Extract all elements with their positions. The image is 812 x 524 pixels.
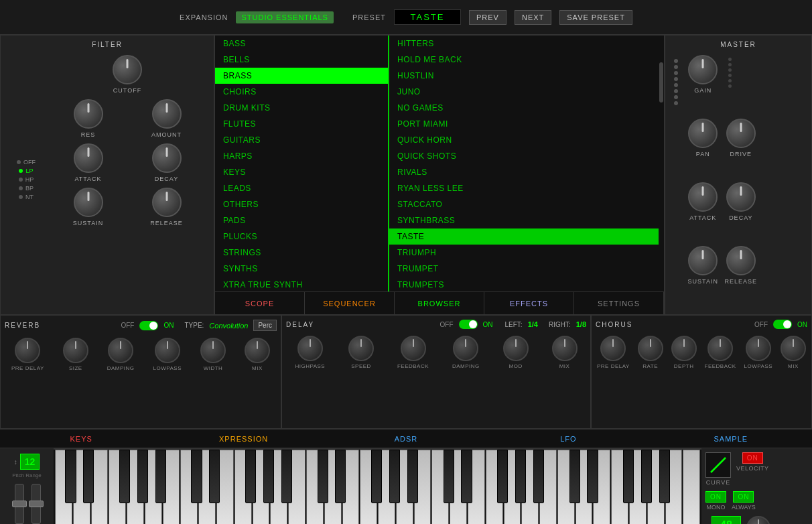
reverb-pre-delay[interactable]: PRE DELAY: [11, 338, 44, 371]
kb-tab-sample[interactable]: SAMPLE: [650, 430, 812, 448]
browser-category-item[interactable]: XTRA TRUE SYNTH: [215, 277, 388, 291]
browser-tab-browser-t[interactable]: BROWSER: [395, 292, 484, 314]
browser-preset-item[interactable]: QUICK HORN: [389, 132, 659, 148]
reverb-preset[interactable]: Perc: [253, 320, 277, 331]
black-key[interactable]: [371, 450, 382, 503]
black-key[interactable]: [191, 450, 202, 503]
save-preset-button[interactable]: SAVE PRESET: [559, 10, 632, 25]
amount-knob[interactable]: [152, 99, 182, 129]
chorus-depth[interactable]: DEPTH: [671, 336, 697, 369]
delay-toggle[interactable]: [459, 320, 478, 329]
res-knob[interactable]: [74, 99, 103, 129]
browser-category-item[interactable]: GUITARS: [215, 132, 388, 148]
master-sustain[interactable]: [688, 246, 718, 275]
filter-type-lp[interactable]: LP: [19, 168, 33, 174]
master-gain-knob[interactable]: GAIN: [687, 55, 720, 113]
master-release[interactable]: [726, 246, 756, 275]
reverb-mix[interactable]: MIX: [245, 338, 270, 371]
browser-tab-effects[interactable]: EFFECTS: [484, 292, 574, 314]
attack-knob[interactable]: [74, 143, 103, 173]
delay-mix[interactable]: MIX: [552, 336, 578, 369]
drive-knob[interactable]: [726, 119, 756, 148]
browser-preset-item[interactable]: PORT MIAMI: [389, 116, 659, 132]
filter-release-knob[interactable]: RELEASE: [130, 188, 203, 226]
filter-type-hp[interactable]: HP: [19, 176, 34, 183]
filter-cutoff-knob[interactable]: CUTOFF: [113, 55, 142, 94]
browser-preset-item[interactable]: QUICK SHOTS: [389, 148, 659, 164]
filter-type-off[interactable]: OFF: [17, 159, 36, 166]
master-attack[interactable]: [688, 182, 718, 212]
black-key[interactable]: [318, 450, 328, 503]
black-key[interactable]: [497, 450, 508, 503]
browser-category-item[interactable]: KEYS: [215, 164, 388, 180]
sustain-knob[interactable]: [74, 188, 103, 217]
master-decay[interactable]: [726, 182, 756, 212]
black-key[interactable]: [407, 450, 418, 503]
black-key[interactable]: [569, 450, 580, 503]
browser-preset-item[interactable]: RYAN LESS LEE: [389, 180, 659, 196]
black-key[interactable]: [587, 450, 598, 503]
black-key[interactable]: [65, 450, 76, 503]
browser-tab-settings[interactable]: SETTINGS: [574, 292, 664, 314]
browser-tab-scope[interactable]: SCOPE: [215, 292, 305, 314]
pan-knob[interactable]: [688, 119, 718, 148]
browser-category-item[interactable]: BELLS: [215, 52, 388, 68]
master-attack-knob[interactable]: ATTACK: [687, 182, 720, 241]
browser-category-item[interactable]: STRINGS: [215, 245, 388, 261]
delay-feedback[interactable]: FEEDBACK: [397, 336, 429, 369]
black-key[interactable]: [515, 450, 526, 503]
chorus-feedback[interactable]: FEEDBACK: [705, 336, 736, 369]
browser-preset-item[interactable]: TRIUMPH: [389, 245, 659, 261]
browser-preset-item[interactable]: SYNTHBRASS: [389, 212, 659, 228]
black-key[interactable]: [263, 450, 274, 503]
browser-category-item[interactable]: SYNTHS: [215, 261, 388, 277]
reverb-lowpass[interactable]: LOWPASS: [153, 338, 182, 371]
kb-tab-keys[interactable]: KEYS: [0, 430, 162, 448]
browser-category-item[interactable]: FLUTES: [215, 116, 388, 132]
browser-category-item[interactable]: HARPS: [215, 148, 388, 164]
chorus-lowpass[interactable]: LOWPASS: [744, 336, 772, 369]
always-on-badge[interactable]: ON: [733, 491, 754, 503]
delay-damping[interactable]: DAMPING: [452, 336, 480, 369]
browser-preset-item[interactable]: NO GAMES: [389, 100, 659, 116]
kb-tab-lfo[interactable]: LFO: [487, 430, 649, 448]
browser-preset-item[interactable]: TASTE: [389, 228, 659, 245]
next-button[interactable]: NEXT: [515, 10, 551, 25]
black-key[interactable]: [245, 450, 256, 503]
kb-tab-xpression[interactable]: XPRESSION: [162, 430, 324, 448]
reverb-size[interactable]: SIZE: [63, 338, 88, 371]
browser-preset-item[interactable]: HOLD ME BACK: [389, 52, 659, 68]
browser-preset-item[interactable]: HITTERS: [389, 36, 659, 52]
velocity-on-badge[interactable]: ON: [742, 452, 763, 464]
browser-preset-item[interactable]: TRUMPETS: [389, 277, 659, 291]
kb-tab-adsr[interactable]: ADSR: [325, 430, 487, 448]
browser-preset-item[interactable]: JUNO: [389, 84, 659, 100]
browser-category-item[interactable]: LEADS: [215, 180, 388, 196]
browser-tab-sequencer[interactable]: SEQUENCER: [305, 292, 395, 314]
black-key[interactable]: [83, 450, 94, 503]
white-key[interactable]: [683, 450, 700, 524]
black-key[interactable]: [389, 450, 400, 503]
browser-category-item[interactable]: PLUCKS: [215, 228, 388, 245]
black-key[interactable]: [281, 450, 292, 503]
master-pan-knob[interactable]: PAN: [687, 119, 720, 177]
browser-category-item[interactable]: PADS: [215, 212, 388, 228]
browser-category-item[interactable]: OTHERS: [215, 196, 388, 212]
delay-mod[interactable]: MOD: [503, 336, 529, 369]
black-key[interactable]: [119, 450, 130, 503]
pitch-slider[interactable]: [15, 484, 24, 524]
porta-knob[interactable]: [746, 516, 770, 524]
browser-category-item[interactable]: CHOIRS: [215, 84, 388, 100]
browser-preset-item[interactable]: RIVALS: [389, 164, 659, 180]
browser-preset-item[interactable]: TRUMPET: [389, 261, 659, 277]
filter-type-bp[interactable]: BP: [19, 185, 33, 192]
master-sustain-knob[interactable]: SUSTAIN: [687, 246, 720, 304]
delay-highpass[interactable]: HIGHPASS: [295, 336, 325, 369]
chorus-mix[interactable]: MIX: [781, 336, 806, 369]
prev-button[interactable]: PREV: [469, 10, 506, 25]
browser-preset-item[interactable]: STACCATO: [389, 196, 659, 212]
black-key[interactable]: [209, 450, 220, 503]
filter-res-knob[interactable]: RES: [52, 99, 125, 138]
master-decay-knob[interactable]: DECAY: [725, 182, 758, 241]
reverb-toggle[interactable]: [139, 321, 158, 330]
